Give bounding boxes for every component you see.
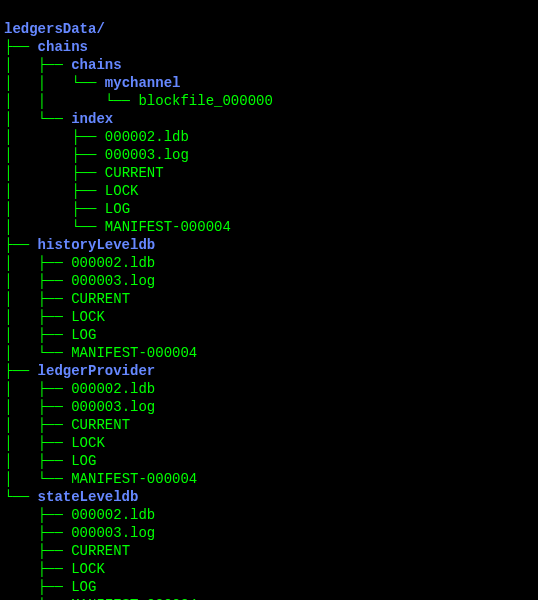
tree-branch: │ ├── — [4, 309, 71, 325]
file-name: MANIFEST-000004 — [71, 345, 197, 361]
file-name: 000003.log — [71, 273, 155, 289]
tree-branch: ├── — [4, 39, 38, 55]
tree-row: │ ├── 000003.log — [4, 146, 534, 164]
tree-branch: │ ├── — [4, 57, 71, 73]
tree-row: │ └── MANIFEST-000004 — [4, 470, 534, 488]
tree-branch: │ ├── — [4, 399, 71, 415]
directory-tree: ledgersData/├── chains│ ├── chains│ │ └─… — [4, 20, 534, 600]
file-name: 000003.log — [105, 147, 189, 163]
dir-name: historyLeveldb — [38, 237, 156, 253]
tree-branch: │ ├── — [4, 165, 105, 181]
tree-row: ├── 000003.log — [4, 524, 534, 542]
tree-branch: │ └── — [4, 111, 71, 127]
tree-row: ├── historyLeveldb — [4, 236, 534, 254]
file-name: CURRENT — [105, 165, 164, 181]
file-name: 000002.ldb — [71, 507, 155, 523]
tree-row: │ │ └── mychannel — [4, 74, 534, 92]
tree-row: │ ├── LOCK — [4, 182, 534, 200]
file-name: 000003.log — [71, 399, 155, 415]
file-name: 000002.ldb — [71, 381, 155, 397]
file-name: LOG — [105, 201, 130, 217]
tree-branch: │ ├── — [4, 255, 71, 271]
tree-branch: │ ├── — [4, 453, 71, 469]
dir-name: stateLeveldb — [38, 489, 139, 505]
tree-row: ├── LOCK — [4, 560, 534, 578]
tree-row: │ │ └── blockfile_000000 — [4, 92, 534, 110]
dir-name: ledgerProvider — [38, 363, 156, 379]
dir-name: mychannel — [105, 75, 181, 91]
tree-branch: │ └── — [4, 345, 71, 361]
tree-branch: │ ├── — [4, 291, 71, 307]
tree-row: │ ├── LOCK — [4, 308, 534, 326]
file-name: LOCK — [105, 183, 139, 199]
dir-name: index — [71, 111, 113, 127]
tree-row: └── MANIFEST-000004 — [4, 596, 534, 600]
file-name: 000003.log — [71, 525, 155, 541]
tree-row: │ └── MANIFEST-000004 — [4, 218, 534, 236]
tree-row: └── stateLeveldb — [4, 488, 534, 506]
tree-row: │ ├── LOG — [4, 326, 534, 344]
file-name: LOG — [71, 327, 96, 343]
tree-branch: ├── — [4, 237, 38, 253]
tree-branch: │ ├── — [4, 201, 105, 217]
tree-branch: │ ├── — [4, 273, 71, 289]
tree-branch: └── — [4, 489, 38, 505]
tree-branch: ├── — [4, 543, 71, 559]
tree-row: │ ├── 000002.ldb — [4, 128, 534, 146]
file-name: MANIFEST-000004 — [71, 471, 197, 487]
tree-root: ledgersData/ — [4, 20, 534, 38]
tree-branch: │ ├── — [4, 417, 71, 433]
tree-row: │ ├── CURRENT — [4, 416, 534, 434]
dir-name: chains — [38, 39, 88, 55]
file-name: LOG — [71, 453, 96, 469]
file-name: LOCK — [71, 435, 105, 451]
file-name: CURRENT — [71, 543, 130, 559]
tree-row: ├── ledgerProvider — [4, 362, 534, 380]
tree-row: ├── 000002.ldb — [4, 506, 534, 524]
tree-branch: │ ├── — [4, 183, 105, 199]
tree-row: │ ├── LOG — [4, 200, 534, 218]
tree-row: │ ├── CURRENT — [4, 290, 534, 308]
tree-branch: ├── — [4, 561, 71, 577]
tree-branch: │ └── — [4, 219, 105, 235]
tree-branch: │ │ └── — [4, 75, 105, 91]
tree-row: │ ├── LOG — [4, 452, 534, 470]
tree-row: │ ├── 000002.ldb — [4, 254, 534, 272]
tree-branch: ├── — [4, 363, 38, 379]
dir-name: chains — [71, 57, 121, 73]
tree-row: ├── LOG — [4, 578, 534, 596]
tree-branch: │ ├── — [4, 129, 105, 145]
file-name: blockfile_000000 — [138, 93, 272, 109]
tree-row: │ ├── 000003.log — [4, 272, 534, 290]
tree-row: │ ├── CURRENT — [4, 164, 534, 182]
tree-row: │ ├── 000002.ldb — [4, 380, 534, 398]
tree-row: │ └── MANIFEST-000004 — [4, 344, 534, 362]
file-name: CURRENT — [71, 291, 130, 307]
tree-branch: │ ├── — [4, 147, 105, 163]
tree-row: ├── CURRENT — [4, 542, 534, 560]
tree-branch: ├── — [4, 525, 71, 541]
file-name: 000002.ldb — [71, 255, 155, 271]
file-name: LOCK — [71, 309, 105, 325]
tree-branch: │ ├── — [4, 435, 71, 451]
tree-branch: ├── — [4, 507, 71, 523]
tree-branch: │ ├── — [4, 327, 71, 343]
file-name: LOG — [71, 579, 96, 595]
tree-branch: ├── — [4, 579, 71, 595]
file-name: LOCK — [71, 561, 105, 577]
file-name: 000002.ldb — [105, 129, 189, 145]
tree-row: │ ├── 000003.log — [4, 398, 534, 416]
tree-row: ├── chains — [4, 38, 534, 56]
file-name: MANIFEST-000004 — [105, 219, 231, 235]
tree-branch: │ │ └── — [4, 93, 138, 109]
tree-row: │ ├── LOCK — [4, 434, 534, 452]
file-name: CURRENT — [71, 417, 130, 433]
dir-name: ledgersData/ — [4, 21, 105, 37]
tree-branch: │ ├── — [4, 381, 71, 397]
tree-branch: │ └── — [4, 471, 71, 487]
tree-row: │ └── index — [4, 110, 534, 128]
tree-row: │ ├── chains — [4, 56, 534, 74]
